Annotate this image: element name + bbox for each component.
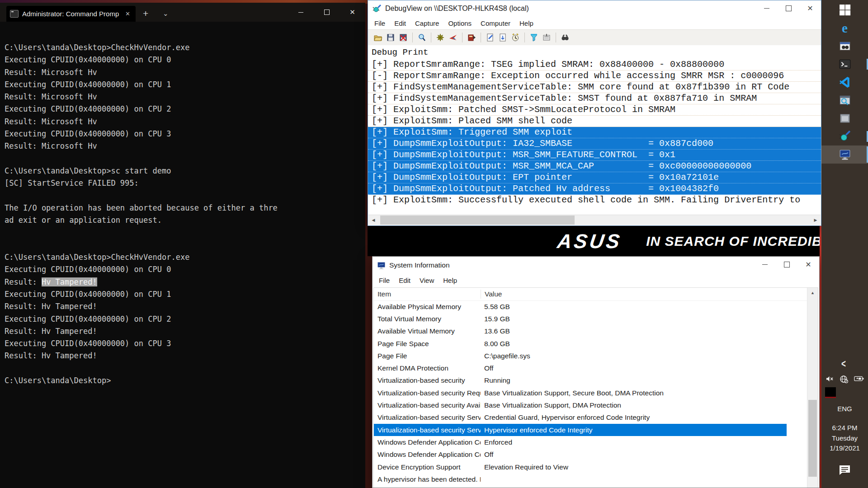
sysinfo-row[interactable]: Virtualization-based securityRunning <box>374 375 807 387</box>
menu-help[interactable]: Help <box>515 19 538 27</box>
taskbar-vscode-button[interactable] <box>821 73 868 91</box>
scrollbar-thumb[interactable] <box>380 216 575 225</box>
debug-log-row[interactable]: [+] ExploitSmm: Placed SMM shell code <box>368 116 821 127</box>
column-header-item[interactable]: Item <box>374 290 481 299</box>
capture-kernel-icon[interactable] <box>435 33 445 42</box>
debug-log-row[interactable]: [+] DumpSmmExploitOutput: MSR_SMM_FEATUR… <box>368 150 821 161</box>
debug-log-row[interactable]: [+] DumpSmmExploitOutput: MSR_SMM_MCA_CA… <box>368 161 821 172</box>
debug-log-row[interactable]: [+] ReportSmramRange: TSEG implied SMRAM… <box>368 59 821 70</box>
debug-log-row[interactable]: [+] DumpSmmExploitOutput: EPT pointer = … <box>368 172 821 183</box>
menu-options[interactable]: Options <box>443 19 476 27</box>
tab-close-icon[interactable]: ✕ <box>123 10 132 17</box>
sysinfo-vertical-scrollbar[interactable]: ▲ <box>807 288 818 488</box>
color-swatch-tray-icon[interactable] <box>825 387 836 398</box>
edit-highlight-icon[interactable] <box>485 33 495 42</box>
terminal-maximize-button[interactable] <box>314 3 340 22</box>
sysinfo-row[interactable]: Windows Defender Application Control use… <box>374 449 807 461</box>
menu-edit[interactable]: Edit <box>390 19 410 27</box>
taskbar-process-monitor-button[interactable] <box>821 91 868 109</box>
scroll-up-icon[interactable]: ▲ <box>807 288 818 297</box>
sysinfo-row[interactable]: Virtualization-based security Services R… <box>374 424 807 436</box>
clear-icon[interactable] <box>398 33 408 42</box>
debugview-log[interactable]: [+] ReportSmramRange: TSEG implied SMRAM… <box>368 59 821 205</box>
terminal-window[interactable]: Administrator: Command Promp ✕ + ⌄ ✕ C:\… <box>0 3 365 488</box>
terminal-output[interactable]: C:\Users\tanda\Desktop>CheckHvVendor.exe… <box>5 42 278 387</box>
show-hidden-icons-chevron[interactable]: < <box>841 358 846 371</box>
menu-view[interactable]: View <box>415 277 439 284</box>
debug-log-row[interactable]: [+] ExploitSmm: Patched SMST->SmmLocateP… <box>368 104 821 116</box>
taskbar-debugview-button[interactable] <box>821 127 868 145</box>
sysinfo-row[interactable]: Available Physical Memory5.58 GB <box>374 300 807 313</box>
menu-edit[interactable]: Edit <box>394 277 415 284</box>
sysinfo-row[interactable]: Page File Space8.00 GB <box>374 338 807 350</box>
debug-log-row[interactable]: [+] ExploitSmm: Successfully executed sh… <box>368 195 821 205</box>
sysinfo-row[interactable]: Page FileC:\pagefile.sys <box>374 350 807 362</box>
menu-file[interactable]: File <box>374 277 394 284</box>
append-comment-icon[interactable] <box>498 33 508 42</box>
save-icon[interactable] <box>386 33 396 42</box>
taskbar-clock[interactable]: 6:24 PM Tuesday 1/19/2021 <box>821 423 868 454</box>
sysinfo-row[interactable]: A hypervisor has been detected. Features… <box>374 473 807 485</box>
sysinfo-row[interactable]: Virtualization-based security Services C… <box>374 412 807 424</box>
scroll-right-icon[interactable]: ▶ <box>811 215 821 225</box>
new-tab-button[interactable]: + <box>143 7 148 20</box>
sysinfo-row[interactable]: Device Encryption SupportElevation Requi… <box>374 461 807 473</box>
scrollbar-thumb[interactable] <box>808 400 817 477</box>
taskbar-process-explorer-button[interactable] <box>821 37 868 55</box>
sysinfo-row[interactable]: Virtualization-based security Required S… <box>374 387 807 399</box>
zoom-icon[interactable] <box>417 33 427 42</box>
debug-log-row[interactable]: [+] FindSystemManagementServiceTable: SM… <box>368 82 821 93</box>
open-icon[interactable] <box>373 33 383 42</box>
capture-win32-icon[interactable] <box>448 33 458 42</box>
menu-capture[interactable]: Capture <box>410 19 443 27</box>
clock-icon[interactable] <box>510 33 520 42</box>
debug-log-row[interactable]: [+] ExploitSmm: Triggered SMM exploit <box>368 127 821 138</box>
taskbar-app-window-button[interactable] <box>821 109 868 127</box>
sysinfo-row[interactable]: Windows Defender Application Control pol… <box>374 436 807 448</box>
debug-log-row[interactable]: [+] DumpSmmExploitOutput: Patched Hv add… <box>368 183 821 195</box>
system-information-window[interactable]: System Information ✕ FileEditViewHelp It… <box>372 256 820 488</box>
sysinfo-minimize-button[interactable] <box>754 257 776 272</box>
sysinfo-row[interactable]: Kernel DMA ProtectionOff <box>374 362 807 374</box>
sysinfo-titlebar[interactable]: System Information ✕ <box>373 257 819 274</box>
tab-dropdown-icon[interactable]: ⌄ <box>163 7 169 20</box>
terminal-tab[interactable]: Administrator: Command Promp ✕ <box>6 6 136 22</box>
scroll-left-icon[interactable]: ◀ <box>368 215 378 225</box>
debugview-horizontal-scrollbar[interactable]: ◀ ▶ <box>368 215 821 225</box>
volume-muted-icon[interactable] <box>826 375 834 383</box>
terminal-close-button[interactable]: ✕ <box>340 3 365 22</box>
menu-computer[interactable]: Computer <box>476 19 515 27</box>
debug-log-row[interactable]: [+] FindSystemManagementServiceTable: SM… <box>368 93 821 104</box>
debugview-close-button[interactable]: ✕ <box>799 0 821 16</box>
find-icon[interactable] <box>560 33 570 42</box>
sysinfo-row[interactable]: Total Virtual Memory15.9 GB <box>374 313 807 325</box>
battery-charging-icon[interactable] <box>854 375 864 382</box>
sysinfo-row[interactable]: Available Virtual Memory13.6 GB <box>374 325 807 338</box>
debugview-window[interactable]: DebugView on \\DESKTOP-HLKR4S8 (local) ✕… <box>368 0 821 226</box>
terminal-minimize-button[interactable] <box>288 3 314 22</box>
network-globe-offline-icon[interactable] <box>840 375 849 383</box>
terminal-titlebar[interactable]: Administrator: Command Promp ✕ + ⌄ ✕ <box>0 3 365 22</box>
action-center-button[interactable] <box>839 465 851 477</box>
column-header-value[interactable]: Value <box>481 290 807 298</box>
debugview-column-header[interactable]: Debug Print <box>368 45 821 60</box>
sysinfo-row[interactable]: Virtualization-based security Available … <box>374 399 807 411</box>
process-colors-icon[interactable] <box>542 33 552 42</box>
debugview-titlebar[interactable]: DebugView on \\DESKTOP-HLKR4S8 (local) ✕ <box>368 0 821 17</box>
debug-log-row[interactable]: [-] ReportSmramRange: Exception occurred… <box>368 70 821 82</box>
start-button[interactable] <box>821 1 868 19</box>
taskbar-system-information-button[interactable] <box>821 145 868 164</box>
debugview-minimize-button[interactable] <box>756 0 778 16</box>
filter-icon[interactable] <box>529 33 539 42</box>
menu-file[interactable]: File <box>370 19 390 27</box>
log-boot-icon[interactable] <box>467 33 476 42</box>
menu-help[interactable]: Help <box>439 277 462 284</box>
taskbar-edge-button[interactable]: e <box>821 19 868 37</box>
debugview-maximize-button[interactable] <box>778 0 799 16</box>
taskbar-terminal-button[interactable] <box>821 55 868 73</box>
language-indicator[interactable]: ENG <box>821 405 868 413</box>
sysinfo-close-button[interactable]: ✕ <box>797 257 819 272</box>
sysinfo-maximize-button[interactable] <box>776 257 797 272</box>
debug-log-row[interactable]: [+] DumpSmmExploitOutput: IA32_SMBASE = … <box>368 138 821 150</box>
sysinfo-column-headers[interactable]: Item Value <box>374 288 807 301</box>
